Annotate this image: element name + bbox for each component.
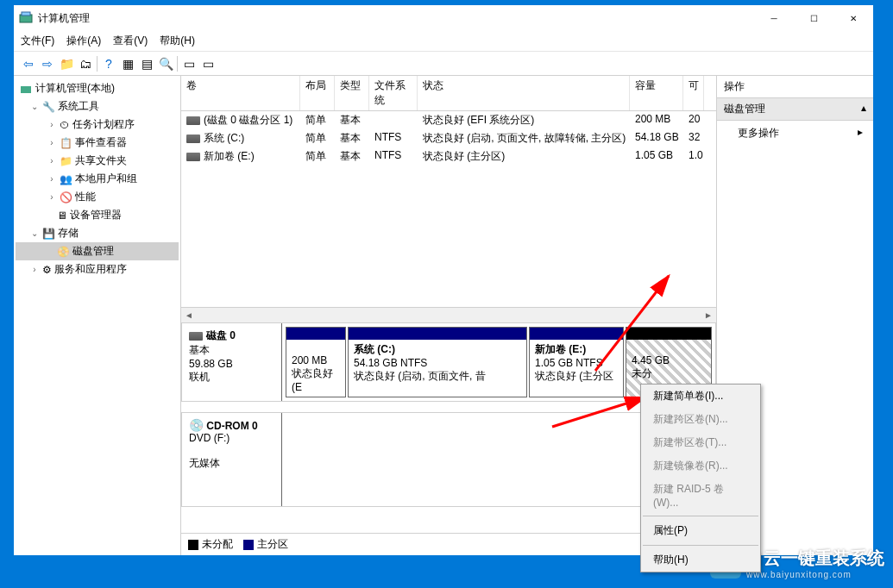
tree-event-viewer[interactable]: ›📋事件查看器 bbox=[16, 134, 179, 152]
menu-file[interactable]: 文件(F) bbox=[21, 34, 54, 48]
minimize-button[interactable]: ─ bbox=[754, 5, 794, 31]
menu-new-raid5-volume: 新建 RAID-5 卷(W)... bbox=[641, 478, 760, 513]
view2-icon[interactable]: ▤ bbox=[139, 56, 154, 72]
help-icon[interactable]: ? bbox=[101, 56, 116, 72]
refresh-icon[interactable]: 🔍 bbox=[158, 56, 173, 72]
disk-row-cdrom: 💿 CD-ROM 0 DVD (F:) 无媒体 bbox=[181, 412, 716, 507]
menu-properties[interactable]: 属性(P) bbox=[641, 519, 760, 542]
titlebar[interactable]: 计算机管理 ─ ☐ ✕ bbox=[14, 5, 873, 31]
svg-rect-1 bbox=[22, 12, 30, 16]
tree-services[interactable]: ›⚙服务和应用程序 bbox=[16, 260, 179, 278]
menu-new-simple-volume[interactable]: 新建简单卷(I)... bbox=[641, 385, 760, 408]
col-layout[interactable]: 布局 bbox=[300, 76, 335, 110]
tree-shared-folders[interactable]: ›📁共享文件夹 bbox=[16, 152, 179, 170]
volume-row[interactable]: 新加卷 (E:) 简单基本NTFS状态良好 (主分区)1.05 GB1.0 bbox=[181, 147, 716, 166]
detail-icon[interactable]: ▭ bbox=[200, 56, 216, 72]
col-fs[interactable]: 文件系统 bbox=[369, 76, 418, 110]
col-free[interactable]: 可 bbox=[683, 76, 704, 110]
actions-header: 操作 bbox=[717, 76, 873, 98]
tree-disk-management[interactable]: 📀磁盘管理 bbox=[16, 242, 179, 260]
col-status[interactable]: 状态 bbox=[418, 76, 630, 110]
tree-system-tools[interactable]: ⌄🔧系统工具 bbox=[16, 97, 179, 116]
legend-unalloc-swatch bbox=[188, 540, 198, 550]
back-icon[interactable]: ⇦ bbox=[21, 56, 36, 72]
actions-more[interactable]: 更多操作▸ bbox=[717, 121, 873, 146]
app-icon bbox=[19, 11, 33, 25]
forward-icon[interactable]: ⇨ bbox=[40, 56, 55, 72]
scroll-left-icon[interactable]: ◄ bbox=[181, 308, 197, 323]
tree-task-scheduler[interactable]: ›⏲任务计划程序 bbox=[16, 116, 179, 134]
disk-icon bbox=[189, 332, 203, 341]
disk-icon bbox=[186, 116, 200, 125]
close-button[interactable]: ✕ bbox=[833, 5, 873, 31]
volume-row[interactable]: 系统 (C:) 简单基本NTFS状态良好 (启动, 页面文件, 故障转储, 主分… bbox=[181, 129, 716, 147]
folder-icon[interactable]: 📁 bbox=[59, 56, 74, 72]
menu-new-striped-volume: 新建带区卷(T)... bbox=[641, 431, 760, 454]
col-volume[interactable]: 卷 bbox=[181, 76, 300, 110]
view1-icon[interactable]: ▦ bbox=[120, 56, 135, 72]
menu-help[interactable]: 帮助(H) bbox=[641, 548, 760, 572]
tree-pane: 计算机管理(本地) ⌄🔧系统工具 ›⏲任务计划程序 ›📋事件查看器 ›📁共享文件… bbox=[14, 76, 181, 555]
menu-action[interactable]: 操作(A) bbox=[66, 34, 101, 48]
menu-view[interactable]: 查看(V) bbox=[113, 34, 148, 48]
filter-icon[interactable]: 🗂 bbox=[78, 56, 93, 72]
cdrom-label[interactable]: 💿 CD-ROM 0 DVD (F:) 无媒体 bbox=[182, 413, 282, 506]
legend: 未分配 主分区 bbox=[181, 533, 716, 555]
volumes-table: 卷 布局 类型 文件系统 状态 容量 可 (磁盘 0 磁盘分区 1) 简单基本状… bbox=[181, 76, 716, 307]
tree-performance[interactable]: ›🚫性能 bbox=[16, 188, 179, 206]
volume-row[interactable]: (磁盘 0 磁盘分区 1) 简单基本状态良好 (EFI 系统分区)200 MB2… bbox=[181, 111, 716, 129]
horizontal-scrollbar[interactable]: ◄ ► bbox=[181, 307, 716, 322]
tree-local-users[interactable]: ›👥本地用户和组 bbox=[16, 170, 179, 188]
legend-primary-swatch bbox=[243, 540, 254, 550]
scroll-right-icon[interactable]: ► bbox=[701, 308, 716, 323]
menu-new-spanned-volume: 新建跨区卷(N)... bbox=[641, 408, 760, 431]
tree-storage[interactable]: ⌄💾存储 bbox=[16, 224, 179, 242]
partition-e[interactable]: 新加卷 (E:) 1.05 GB NTFS 状态良好 (主分区 bbox=[529, 327, 624, 397]
menubar: 文件(F) 操作(A) 查看(V) 帮助(H) bbox=[14, 31, 873, 52]
partition-efi[interactable]: 200 MB 状态良好 (E bbox=[286, 327, 346, 397]
disk-map: 磁盘 0 基本 59.88 GB 联机 200 MB 状态良好 (E bbox=[181, 322, 716, 533]
menu-help[interactable]: 帮助(H) bbox=[160, 34, 195, 48]
disk-icon bbox=[186, 134, 200, 143]
window-title: 计算机管理 bbox=[38, 11, 754, 26]
toolbar: ⇦ ⇨ 📁 🗂 ? ▦ ▤ 🔍 ▭ ▭ bbox=[14, 52, 873, 76]
actions-section[interactable]: 磁盘管理▴ bbox=[717, 98, 873, 121]
menu-new-mirror-volume: 新建镜像卷(R)... bbox=[641, 454, 760, 478]
disk-icon bbox=[186, 153, 200, 161]
submenu-icon: ▸ bbox=[858, 126, 863, 141]
collapse-icon: ▴ bbox=[861, 102, 866, 116]
col-type[interactable]: 类型 bbox=[335, 76, 369, 110]
svg-rect-2 bbox=[21, 86, 31, 93]
main-pane: 卷 布局 类型 文件系统 状态 容量 可 (磁盘 0 磁盘分区 1) 简单基本状… bbox=[181, 76, 717, 555]
partition-c[interactable]: 系统 (C:) 54.18 GB NTFS 状态良好 (启动, 页面文件, 昔 bbox=[348, 327, 527, 397]
maximize-button[interactable]: ☐ bbox=[794, 5, 833, 31]
volume-header-row: 卷 布局 类型 文件系统 状态 容量 可 bbox=[181, 76, 716, 111]
tree-device-manager[interactable]: 🖥设备管理器 bbox=[16, 206, 179, 224]
col-capacity[interactable]: 容量 bbox=[630, 76, 683, 110]
disk-row-0: 磁盘 0 基本 59.88 GB 联机 200 MB 状态良好 (E bbox=[181, 322, 716, 402]
context-menu: 新建简单卷(I)... 新建跨区卷(N)... 新建带区卷(T)... 新建镜像… bbox=[640, 384, 761, 572]
list-icon[interactable]: ▭ bbox=[181, 56, 197, 72]
disk0-label[interactable]: 磁盘 0 基本 59.88 GB 联机 bbox=[182, 323, 282, 401]
tree-root[interactable]: 计算机管理(本地) bbox=[16, 79, 179, 97]
